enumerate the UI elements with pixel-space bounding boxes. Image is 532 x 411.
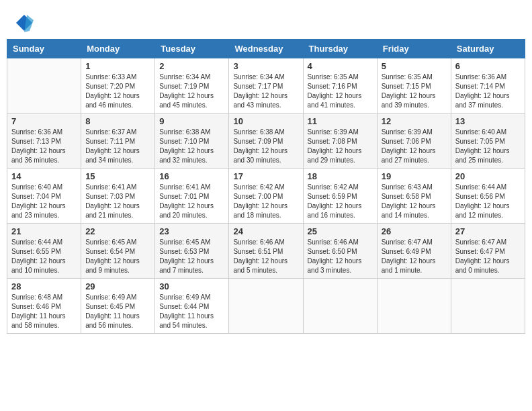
day-number: 9 (159, 116, 224, 126)
calendar-header-sunday: Sunday (7, 40, 81, 58)
calendar-cell: 25Sunrise: 6:46 AM Sunset: 6:50 PM Dayli… (303, 224, 377, 279)
logo-icon (15, 13, 34, 32)
day-number: 16 (159, 171, 224, 181)
day-number: 7 (11, 116, 77, 126)
day-number: 19 (382, 171, 447, 181)
day-info: Sunrise: 6:42 AM Sunset: 7:00 PM Dayligh… (233, 183, 298, 220)
day-info: Sunrise: 6:39 AM Sunset: 7:06 PM Dayligh… (382, 128, 447, 165)
calendar-cell: 29Sunrise: 6:49 AM Sunset: 6:45 PM Dayli… (81, 279, 155, 334)
day-number: 5 (382, 61, 447, 71)
day-number: 22 (85, 226, 150, 236)
calendar-cell: 23Sunrise: 6:45 AM Sunset: 6:53 PM Dayli… (155, 224, 229, 279)
logo (13, 13, 34, 32)
calendar-header-saturday: Saturday (451, 40, 525, 58)
day-number: 12 (382, 116, 447, 126)
day-info: Sunrise: 6:36 AM Sunset: 7:13 PM Dayligh… (11, 128, 77, 165)
day-info: Sunrise: 6:42 AM Sunset: 6:59 PM Dayligh… (308, 183, 373, 220)
day-info: Sunrise: 6:40 AM Sunset: 7:04 PM Dayligh… (11, 183, 77, 220)
day-info: Sunrise: 6:43 AM Sunset: 6:58 PM Dayligh… (382, 183, 447, 220)
day-number: 26 (382, 226, 447, 236)
day-info: Sunrise: 6:46 AM Sunset: 6:51 PM Dayligh… (233, 238, 298, 275)
calendar-cell: 12Sunrise: 6:39 AM Sunset: 7:06 PM Dayli… (377, 113, 451, 169)
calendar-cell: 18Sunrise: 6:42 AM Sunset: 6:59 PM Dayli… (303, 169, 377, 224)
calendar-cell: 24Sunrise: 6:46 AM Sunset: 6:51 PM Dayli… (229, 224, 303, 279)
calendar-cell: 15Sunrise: 6:41 AM Sunset: 7:03 PM Dayli… (81, 169, 155, 224)
page-header (7, 7, 525, 36)
day-info: Sunrise: 6:45 AM Sunset: 6:53 PM Dayligh… (159, 238, 224, 275)
calendar-cell: 3Sunrise: 6:34 AM Sunset: 7:17 PM Daylig… (229, 58, 303, 113)
day-number: 1 (85, 61, 150, 71)
day-info: Sunrise: 6:35 AM Sunset: 7:16 PM Dayligh… (308, 73, 373, 110)
day-info: Sunrise: 6:45 AM Sunset: 6:54 PM Dayligh… (85, 238, 150, 275)
calendar-week-row: 14Sunrise: 6:40 AM Sunset: 7:04 PM Dayli… (7, 169, 525, 224)
calendar-cell: 19Sunrise: 6:43 AM Sunset: 6:58 PM Dayli… (377, 169, 451, 224)
day-info: Sunrise: 6:44 AM Sunset: 6:56 PM Dayligh… (455, 183, 521, 220)
day-info: Sunrise: 6:41 AM Sunset: 7:01 PM Dayligh… (159, 183, 224, 220)
calendar-cell: 1Sunrise: 6:33 AM Sunset: 7:20 PM Daylig… (81, 58, 155, 113)
calendar-cell: 14Sunrise: 6:40 AM Sunset: 7:04 PM Dayli… (7, 169, 81, 224)
calendar-week-row: 21Sunrise: 6:44 AM Sunset: 6:55 PM Dayli… (7, 224, 525, 279)
day-info: Sunrise: 6:38 AM Sunset: 7:09 PM Dayligh… (233, 128, 298, 165)
day-number: 10 (233, 116, 298, 126)
day-number: 3 (233, 61, 298, 71)
calendar-table: SundayMondayTuesdayWednesdayThursdayFrid… (7, 39, 525, 334)
calendar-cell (7, 58, 81, 113)
day-info: Sunrise: 6:44 AM Sunset: 6:55 PM Dayligh… (11, 238, 77, 275)
day-number: 29 (85, 281, 150, 291)
calendar-week-row: 7Sunrise: 6:36 AM Sunset: 7:13 PM Daylig… (7, 113, 525, 169)
day-number: 18 (308, 171, 373, 181)
day-number: 28 (11, 281, 77, 291)
day-info: Sunrise: 6:36 AM Sunset: 7:14 PM Dayligh… (455, 73, 521, 110)
day-info: Sunrise: 6:41 AM Sunset: 7:03 PM Dayligh… (85, 183, 150, 220)
calendar-cell: 6Sunrise: 6:36 AM Sunset: 7:14 PM Daylig… (451, 58, 525, 113)
day-number: 30 (159, 281, 224, 291)
calendar-week-row: 1Sunrise: 6:33 AM Sunset: 7:20 PM Daylig… (7, 58, 525, 113)
calendar-cell: 20Sunrise: 6:44 AM Sunset: 6:56 PM Dayli… (451, 169, 525, 224)
calendar-cell: 7Sunrise: 6:36 AM Sunset: 7:13 PM Daylig… (7, 113, 81, 169)
calendar-cell: 22Sunrise: 6:45 AM Sunset: 6:54 PM Dayli… (81, 224, 155, 279)
calendar-cell: 27Sunrise: 6:47 AM Sunset: 6:47 PM Dayli… (451, 224, 525, 279)
calendar-cell: 21Sunrise: 6:44 AM Sunset: 6:55 PM Dayli… (7, 224, 81, 279)
calendar-cell: 26Sunrise: 6:47 AM Sunset: 6:49 PM Dayli… (377, 224, 451, 279)
day-number: 17 (233, 171, 298, 181)
calendar-cell: 4Sunrise: 6:35 AM Sunset: 7:16 PM Daylig… (303, 58, 377, 113)
calendar-cell: 17Sunrise: 6:42 AM Sunset: 7:00 PM Dayli… (229, 169, 303, 224)
day-number: 25 (308, 226, 373, 236)
calendar-header-tuesday: Tuesday (155, 40, 229, 58)
day-number: 2 (159, 61, 224, 71)
day-number: 6 (455, 61, 521, 71)
calendar-cell: 11Sunrise: 6:39 AM Sunset: 7:08 PM Dayli… (303, 113, 377, 169)
calendar-cell: 16Sunrise: 6:41 AM Sunset: 7:01 PM Dayli… (155, 169, 229, 224)
calendar-cell: 2Sunrise: 6:34 AM Sunset: 7:19 PM Daylig… (155, 58, 229, 113)
day-number: 21 (11, 226, 77, 236)
day-info: Sunrise: 6:40 AM Sunset: 7:05 PM Dayligh… (455, 128, 521, 165)
calendar-header-friday: Friday (377, 40, 451, 58)
calendar-cell: 13Sunrise: 6:40 AM Sunset: 7:05 PM Dayli… (451, 113, 525, 169)
calendar-cell: 5Sunrise: 6:35 AM Sunset: 7:15 PM Daylig… (377, 58, 451, 113)
calendar-cell: 30Sunrise: 6:49 AM Sunset: 6:44 PM Dayli… (155, 279, 229, 334)
day-info: Sunrise: 6:39 AM Sunset: 7:08 PM Dayligh… (308, 128, 373, 165)
day-number: 13 (455, 116, 521, 126)
day-info: Sunrise: 6:35 AM Sunset: 7:15 PM Dayligh… (382, 73, 447, 110)
calendar-cell: 28Sunrise: 6:48 AM Sunset: 6:46 PM Dayli… (7, 279, 81, 334)
day-info: Sunrise: 6:38 AM Sunset: 7:10 PM Dayligh… (159, 128, 224, 165)
day-number: 20 (455, 171, 521, 181)
calendar-header-thursday: Thursday (303, 40, 377, 58)
day-info: Sunrise: 6:33 AM Sunset: 7:20 PM Dayligh… (85, 73, 150, 110)
calendar-cell: 10Sunrise: 6:38 AM Sunset: 7:09 PM Dayli… (229, 113, 303, 169)
calendar-cell (451, 279, 525, 334)
day-info: Sunrise: 6:47 AM Sunset: 6:47 PM Dayligh… (455, 238, 521, 275)
calendar-cell: 9Sunrise: 6:38 AM Sunset: 7:10 PM Daylig… (155, 113, 229, 169)
day-info: Sunrise: 6:46 AM Sunset: 6:50 PM Dayligh… (308, 238, 373, 275)
calendar-header-monday: Monday (81, 40, 155, 58)
day-number: 27 (455, 226, 521, 236)
calendar-header-row: SundayMondayTuesdayWednesdayThursdayFrid… (7, 40, 525, 58)
calendar-cell (229, 279, 303, 334)
day-number: 15 (85, 171, 150, 181)
calendar-cell: 8Sunrise: 6:37 AM Sunset: 7:11 PM Daylig… (81, 113, 155, 169)
day-info: Sunrise: 6:34 AM Sunset: 7:17 PM Dayligh… (233, 73, 298, 110)
calendar-cell (377, 279, 451, 334)
day-info: Sunrise: 6:48 AM Sunset: 6:46 PM Dayligh… (11, 293, 77, 330)
day-number: 11 (308, 116, 373, 126)
day-number: 24 (233, 226, 298, 236)
